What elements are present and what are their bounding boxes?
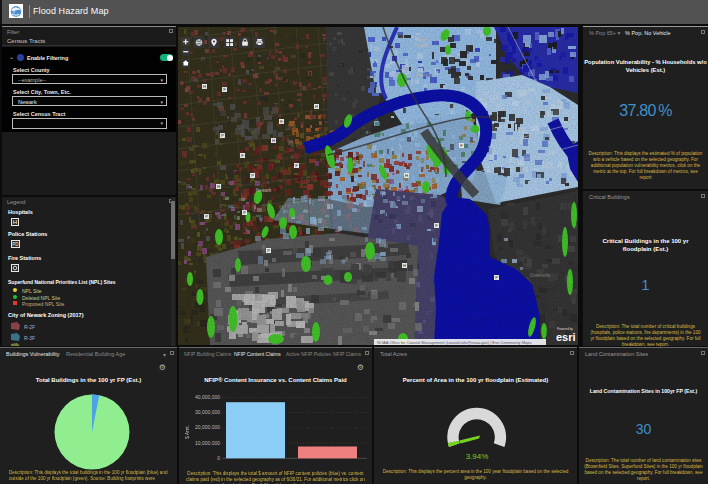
svg-text:20,000,000: 20,000,000 <box>195 424 220 430</box>
svg-text:30,000,000: 30,000,000 <box>195 409 220 415</box>
svg-text:$ Amt.: $ Amt. <box>184 425 190 439</box>
svg-text:PD: PD <box>12 242 19 247</box>
svg-text:40,000,000: 40,000,000 <box>195 394 220 400</box>
svg-text:10,000,000: 10,000,000 <box>195 440 220 446</box>
svg-text:esri: esri <box>556 331 576 343</box>
svg-text:0: 0 <box>217 455 220 461</box>
svg-text:NOAA Office for Coastal Manage: NOAA Office for Coastal Management (coas… <box>377 340 531 345</box>
svg-text:H: H <box>13 219 17 225</box>
